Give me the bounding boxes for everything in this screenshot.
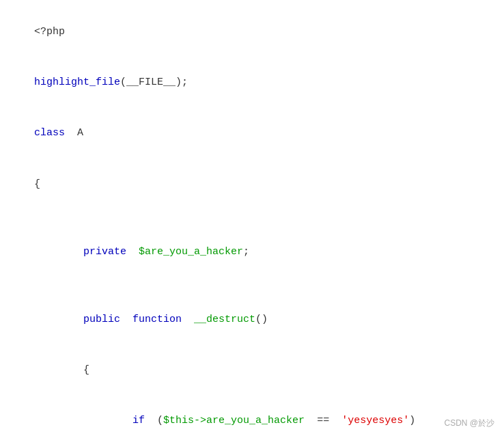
- code-line-5: [10, 210, 494, 227]
- var-this-hacker: $this->are_you_a_hacker: [163, 415, 305, 426]
- str-yesyesyes: 'yesyesyes': [341, 415, 409, 426]
- code-line-2: highlight_file(__FILE__);: [10, 57, 494, 108]
- public-keyword-1: public: [83, 314, 120, 325]
- class-keyword: class: [34, 127, 65, 139]
- code-line-1: <?php: [10, 7, 494, 57]
- watermark: CSDN @於沙: [444, 418, 494, 429]
- code-line-6: private $are_you_a_hacker;: [10, 227, 494, 277]
- code-line-10: if ($this->are_you_a_hacker == 'yesyesye…: [10, 396, 494, 436]
- code-line-9: {: [10, 345, 494, 396]
- php-open-tag: <?php: [34, 26, 65, 38]
- if-keyword: if: [132, 415, 145, 426]
- code-line-3: class A: [10, 109, 494, 159]
- code-line-8: public function __destruct(): [10, 295, 494, 345]
- code-line-7: [10, 277, 494, 295]
- function-keyword-1: function: [132, 314, 182, 325]
- destruct-fn: __destruct: [194, 314, 255, 325]
- code-container: <?php highlight_file(__FILE__); class A …: [0, 0, 504, 436]
- highlight-file-call: highlight_file: [34, 77, 120, 88]
- code-line-4: {: [10, 159, 494, 210]
- private-keyword: private: [83, 246, 126, 258]
- var-are-you-a-hacker: $are_you_a_hacker: [139, 246, 243, 258]
